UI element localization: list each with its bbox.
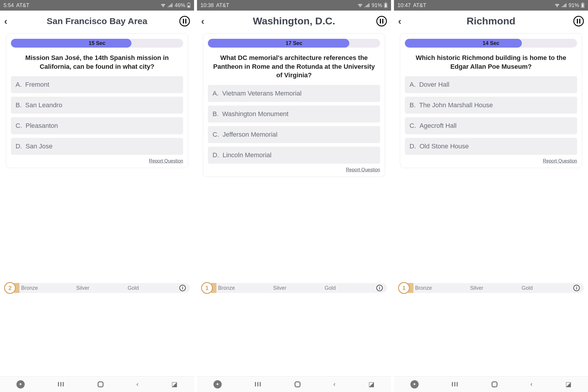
answer-text: Lincoln Memorial xyxy=(223,151,271,159)
answer-letter: B. xyxy=(410,101,416,109)
answer-option-a[interactable]: A.Dover Hall xyxy=(405,76,577,93)
svg-rect-8 xyxy=(582,4,584,7)
svg-rect-2 xyxy=(188,6,190,7)
answer-option-c[interactable]: C.Pleasanton xyxy=(11,117,183,134)
signal-icon xyxy=(562,3,567,7)
question-card: 14 Sec Which historic Richmond building … xyxy=(400,33,582,168)
signal-icon xyxy=(168,3,173,7)
phone-2: 10:47 AT&T 91% ‹ Richmond 14 Sec Which h… xyxy=(394,0,588,392)
nav-back-button[interactable]: ‹ xyxy=(136,381,138,388)
info-icon[interactable]: i xyxy=(179,285,186,291)
answer-option-a[interactable]: A.Fremont xyxy=(11,76,183,93)
timer-track: 17 Sec xyxy=(208,39,380,48)
timer-track: 15 Sec xyxy=(11,39,183,48)
answer-text: Old Stone House xyxy=(420,143,469,150)
svg-rect-5 xyxy=(385,4,387,7)
status-battery: 91% xyxy=(372,2,382,9)
page-title: San Francisco Bay Area xyxy=(15,16,179,26)
answer-text: Agecroft Hall xyxy=(420,122,457,130)
pause-button[interactable] xyxy=(376,16,387,26)
tier-bronze-label: Bronze xyxy=(21,285,38,291)
timer-label: 17 Sec xyxy=(208,40,380,46)
tier-gold-label: Gold xyxy=(522,285,533,291)
status-battery: 46% xyxy=(175,2,185,9)
nav-game-icon[interactable]: ✦ xyxy=(410,380,419,388)
status-carrier: AT&T xyxy=(216,2,229,9)
tier-silver-label: Silver xyxy=(273,285,286,291)
answer-option-a[interactable]: A.Vietnam Veterans Memorial xyxy=(208,85,380,102)
android-nav-bar: ✦ III ‹ ◪ xyxy=(394,376,588,392)
nav-game-icon[interactable]: ✦ xyxy=(16,380,25,388)
answer-text: Fremont xyxy=(25,81,49,88)
report-question-link[interactable]: Report Question xyxy=(405,158,577,164)
info-icon[interactable]: i xyxy=(376,285,383,291)
nav-back-button[interactable]: ‹ xyxy=(530,381,532,388)
tier-progress: 1 Bronze Silver Gold i xyxy=(398,282,584,294)
pause-button[interactable] xyxy=(573,16,584,26)
question-text: Mission San José, the 14th Spanish missi… xyxy=(11,53,183,76)
answer-option-d[interactable]: D.Old Stone House xyxy=(405,138,577,155)
tier-track: Bronze Silver Gold i xyxy=(11,283,190,293)
answer-letter: A. xyxy=(410,81,416,88)
status-bar: 10:47 AT&T 91% xyxy=(394,0,588,11)
battery-icon xyxy=(384,3,387,8)
answer-letter: D. xyxy=(410,143,416,150)
report-question-link[interactable]: Report Question xyxy=(11,158,183,164)
answer-option-c[interactable]: C.Agecroft Hall xyxy=(405,117,577,134)
tier-gold-label: Gold xyxy=(128,285,139,291)
back-button[interactable]: ‹ xyxy=(398,15,409,27)
answer-text: Vietnam Veterans Memorial xyxy=(222,90,302,97)
app-header: ‹ Richmond xyxy=(394,11,588,30)
android-nav-bar: ✦ III ‹ ◪ xyxy=(197,376,391,392)
tier-track: Bronze Silver Gold i xyxy=(208,283,387,293)
tier-progress: 1 Bronze Silver Gold i xyxy=(201,282,387,294)
nav-back-button[interactable]: ‹ xyxy=(333,381,335,388)
answer-option-b[interactable]: B.Washington Monument xyxy=(208,105,380,123)
pause-button[interactable] xyxy=(179,16,190,26)
nav-assist-icon[interactable]: ◪ xyxy=(368,381,375,388)
nav-assist-icon[interactable]: ◪ xyxy=(171,381,178,388)
app-header: ‹ San Francisco Bay Area xyxy=(0,11,194,30)
tier-track: Bronze Silver Gold i xyxy=(405,283,584,293)
answer-option-b[interactable]: B.The John Marshall House xyxy=(405,97,577,114)
progress-count: 1 xyxy=(398,282,410,294)
nav-game-icon[interactable]: ✦ xyxy=(213,380,222,388)
signal-icon xyxy=(365,3,370,7)
timer-label: 15 Sec xyxy=(11,40,183,46)
answer-option-c[interactable]: C.Jefferson Memorial xyxy=(208,126,380,143)
answer-text: Washington Monument xyxy=(222,110,288,118)
tier-silver-label: Silver xyxy=(470,285,483,291)
wifi-icon xyxy=(358,3,363,7)
phone-1: 10:38 AT&T 91% ‹ Washington, D.C. 17 Sec… xyxy=(197,0,391,392)
pause-icon xyxy=(380,19,383,24)
question-card: 15 Sec Mission San José, the 14th Spanis… xyxy=(6,33,188,168)
report-question-link[interactable]: Report Question xyxy=(208,167,380,172)
nav-home-button[interactable] xyxy=(98,381,103,387)
question-card: 17 Sec What DC memorial's architecture r… xyxy=(203,33,385,177)
answer-letter: C. xyxy=(213,131,219,138)
back-button[interactable]: ‹ xyxy=(201,15,212,27)
nav-recent-button[interactable]: III xyxy=(452,381,459,388)
answer-letter: A. xyxy=(16,81,22,88)
nav-recent-button[interactable]: III xyxy=(255,381,262,388)
battery-icon xyxy=(581,3,584,8)
info-icon[interactable]: i xyxy=(573,285,580,291)
answer-option-b[interactable]: B.San Leandro xyxy=(11,97,183,114)
app-header: ‹ Washington, D.C. xyxy=(197,11,391,30)
answer-letter: D. xyxy=(213,151,219,159)
answer-option-d[interactable]: D.Lincoln Memorial xyxy=(208,147,380,164)
status-carrier: AT&T xyxy=(16,2,29,9)
status-carrier: AT&T xyxy=(413,2,426,9)
nav-recent-button[interactable]: III xyxy=(58,381,65,388)
back-button[interactable]: ‹ xyxy=(4,15,15,27)
pause-icon xyxy=(577,19,580,24)
answer-letter: B. xyxy=(213,110,219,118)
android-nav-bar: ✦ III ‹ ◪ xyxy=(0,376,194,392)
answer-letter: C. xyxy=(16,122,22,130)
nav-home-button[interactable] xyxy=(492,381,497,387)
nav-home-button[interactable] xyxy=(295,381,300,387)
nav-assist-icon[interactable]: ◪ xyxy=(565,381,572,388)
answer-option-d[interactable]: D.San Jose xyxy=(11,138,183,155)
answer-text: Pleasanton xyxy=(26,122,58,130)
timer-label: 14 Sec xyxy=(405,40,577,46)
